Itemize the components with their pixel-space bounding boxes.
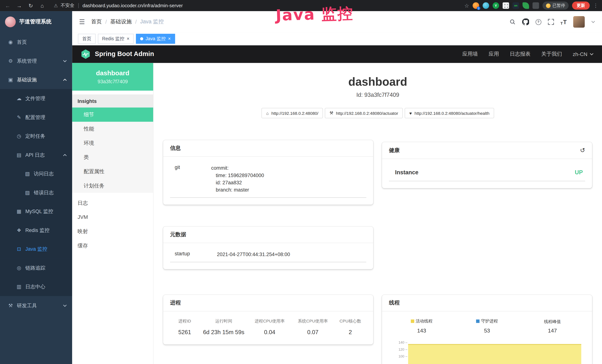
chevron-down-icon xyxy=(63,304,67,307)
extension-icon-7[interactable] xyxy=(532,2,539,9)
tab-java-monitor[interactable]: Java 监控 × xyxy=(136,34,175,44)
avatar[interactable] xyxy=(573,16,585,28)
sidebar-item-label: 链路追踪 xyxy=(25,264,45,271)
sidebar-item-dev-tools[interactable]: ⚒ 研发工具 xyxy=(0,296,72,315)
sba-nav-wallboard[interactable]: 应用墙 xyxy=(462,51,478,57)
actuator-url-link[interactable]: ⚒ http://192.168.0.2:48080/actuator xyxy=(325,108,403,118)
sidebar-item-error-logs[interactable]: ▨ 错误日志 xyxy=(0,183,72,202)
sidebar-item-label: 错误日志 xyxy=(34,189,54,196)
browser-menu-icon[interactable]: ⋮ xyxy=(593,3,598,8)
tab-home[interactable]: 首页 xyxy=(78,34,96,44)
close-icon[interactable]: × xyxy=(127,37,129,41)
sba-app-header[interactable]: dashboard 93a3fc7f7409 xyxy=(72,63,153,91)
back-icon[interactable]: ← xyxy=(4,2,11,9)
live-threads-area xyxy=(408,344,581,364)
sba-item-jvm[interactable]: JVM xyxy=(72,210,153,224)
sba-brand[interactable]: Spring Boot Admin xyxy=(81,49,154,59)
extension-icon-3[interactable]: Y xyxy=(493,2,499,9)
update-button[interactable]: 更新 xyxy=(572,1,590,10)
health-url-link[interactable]: ♥ http://192.168.0.2:48080/actuator/heal… xyxy=(405,108,494,118)
sba-root-items: 日志 JVM 映射 缓存 xyxy=(72,196,153,253)
sba-nav-about[interactable]: 关于我们 xyxy=(541,51,562,57)
error-log-icon: ▨ xyxy=(25,190,30,195)
sba-item-environment[interactable]: 环境 xyxy=(72,136,153,150)
git-commit-id: id: 27aa832 xyxy=(211,179,366,186)
extension-icon-6[interactable] xyxy=(522,2,529,9)
search-icon[interactable] xyxy=(509,19,516,25)
sidebar-item-home[interactable]: ◉ 首页 xyxy=(0,33,72,51)
tools-icon: ⚒ xyxy=(8,303,13,308)
threads-card: 线程 活动线程 143 守护进程 xyxy=(382,295,592,364)
service-url-link[interactable]: ⌂ http://192.168.0.2:48080/ xyxy=(262,108,323,118)
sidebar-item-scheduled-jobs[interactable]: ◷ 定时任务 xyxy=(0,127,72,145)
help-icon[interactable]: ? xyxy=(536,19,541,25)
sidebar-item-label: 文件管理 xyxy=(25,95,45,102)
github-icon[interactable] xyxy=(522,18,529,25)
sidebar-item-tracing[interactable]: ◎ 链路追踪 xyxy=(0,258,72,277)
breadcrumb-separator: / xyxy=(135,19,137,25)
instance-label: Instance xyxy=(395,169,419,175)
bookmark-star-icon[interactable]: ☆ xyxy=(464,2,469,9)
sidebar-item-log-center[interactable]: ▥ 日志中心 xyxy=(0,277,72,296)
url-text: dashboard.yudao.iocoder.cn/infra/admin-s… xyxy=(83,3,183,8)
sidebar-item-access-logs[interactable]: ▧ 访问日志 xyxy=(0,164,72,183)
process-uptime: 6d 23h 15m 59s xyxy=(199,329,248,335)
extension-icon-2[interactable] xyxy=(483,2,489,9)
sidebar-item-system-mgmt[interactable]: ⚙ 系统管理 xyxy=(0,51,72,70)
sba-item-scheduled-tasks[interactable]: 计划任务 xyxy=(72,179,153,193)
instance-health-row[interactable]: Instance UP xyxy=(389,163,585,181)
fullscreen-icon[interactable] xyxy=(548,19,554,25)
sidebar-toggle-icon[interactable]: ☰ xyxy=(79,18,85,26)
extension-icon-4[interactable] xyxy=(503,2,509,9)
legend-daemon-threads: 守护进程 53 xyxy=(454,318,520,334)
git-commit-time: time: 1596289704000 xyxy=(211,172,366,179)
forward-icon[interactable]: → xyxy=(15,2,23,9)
warning-icon: ⚠ xyxy=(54,3,58,8)
reload-icon[interactable]: ↻ xyxy=(27,2,34,9)
sba-item-logs[interactable]: 日志 xyxy=(72,196,153,210)
breadcrumb-home[interactable]: 首页 xyxy=(91,18,102,25)
sidebar-item-api-logs[interactable]: ▤ API 日志 xyxy=(0,146,72,164)
smiley-icon xyxy=(546,3,551,8)
active-dot xyxy=(140,37,143,40)
chart-y-axis: 140 120 100 xyxy=(394,339,408,364)
sba-locale-select[interactable]: zh-CN xyxy=(573,51,593,57)
avatar-caret-icon[interactable] xyxy=(591,21,595,23)
sidebar-item-file-mgmt[interactable]: ☁ 文件管理 xyxy=(0,89,72,108)
sba-item-details[interactable]: 细节 xyxy=(72,107,153,122)
sidebar-item-infrastructure[interactable]: ▣ 基础设施 xyxy=(0,70,72,89)
sba-nav: 应用墙 应用 日志报表 关于我们 zh-CN xyxy=(462,51,594,57)
extension-icon-1[interactable]: 1 xyxy=(473,2,479,9)
app-logo-row[interactable]: 芋道管理系统 xyxy=(0,11,72,33)
sidebar-item-redis-monitor[interactable]: ❖ Redis 监控 xyxy=(0,221,72,240)
threads-card-title: 线程 xyxy=(389,300,400,306)
sba-item-classes[interactable]: 类 xyxy=(72,150,153,164)
history-icon[interactable]: ↺ xyxy=(580,147,585,154)
sidebar-item-mysql-monitor[interactable]: ▦ MySQL 监控 xyxy=(0,202,72,221)
info-card: 信息 git commit: time: 1596289704000 id: 2… xyxy=(163,140,373,205)
close-icon[interactable]: × xyxy=(168,37,171,41)
sba-item-caches[interactable]: 缓存 xyxy=(72,238,153,253)
breadcrumb-infrastructure[interactable]: 基础设施 xyxy=(110,18,132,25)
sidebar-item-java-monitor[interactable]: ⊡ Java 监控 xyxy=(0,240,72,258)
monitor-icon: ▣ xyxy=(8,77,13,83)
annotation-java-monitor: Java 监控 xyxy=(275,3,354,26)
startup-row: startup 2021-04-27T00:44:31.254+08:00 xyxy=(170,247,366,262)
sba-item-mappings[interactable]: 映射 xyxy=(72,224,153,238)
font-big-glyph: T xyxy=(563,19,567,25)
home-icon[interactable]: ⌂ xyxy=(38,2,46,9)
sidebar-item-config-mgmt[interactable]: ✎ 配置管理 xyxy=(0,108,72,127)
tab-redis-monitor[interactable]: Redis 监控 × xyxy=(98,34,134,44)
document-icon: ▤ xyxy=(16,152,22,158)
sba-nav-journal[interactable]: 日志报表 xyxy=(510,51,530,57)
address-bar[interactable]: ⚠ 不安全 dashboard.yudao.iocoder.cn/infra/a… xyxy=(54,2,183,9)
extension-icon-5[interactable]: on xyxy=(513,2,519,9)
paused-badge[interactable]: 已暂停 xyxy=(542,1,569,10)
font-size-icon[interactable]: TT xyxy=(560,19,567,25)
sba-item-config-props[interactable]: 配置属性 xyxy=(72,164,153,179)
sidebar-item-label: 首页 xyxy=(17,39,27,45)
sba-item-metrics[interactable]: 性能 xyxy=(72,122,153,136)
sidebar-item-label: 系统管理 xyxy=(17,57,37,64)
sba-nav-applications[interactable]: 应用 xyxy=(489,51,499,57)
process-cpu: 0.04 xyxy=(248,329,291,335)
